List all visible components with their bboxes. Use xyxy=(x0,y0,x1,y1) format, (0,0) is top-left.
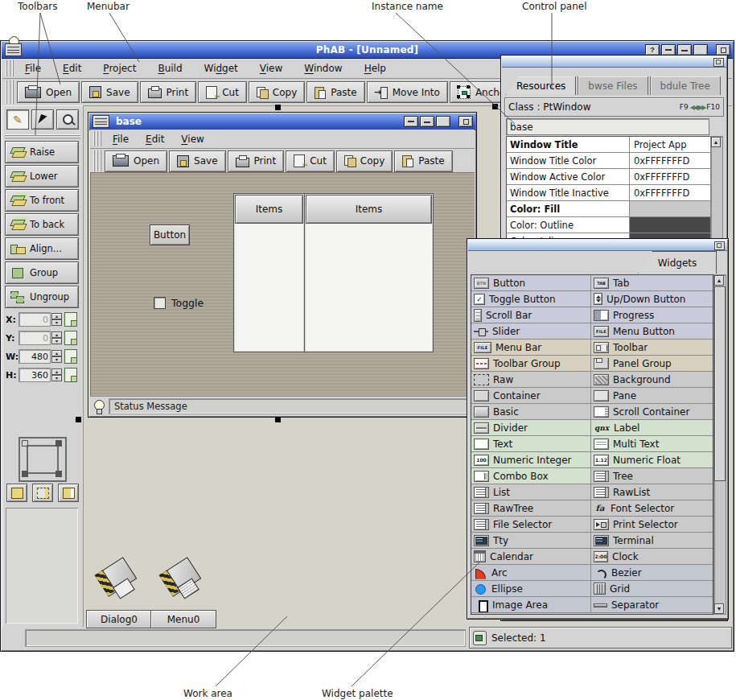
palette-item-tty[interactable]: Tty xyxy=(471,533,591,548)
help-button[interactable]: ? xyxy=(645,44,660,56)
dialog0-module[interactable]: Dialog0 xyxy=(86,556,150,604)
module-view-toggle-button-3[interactable] xyxy=(58,484,79,502)
lock-icon[interactable] xyxy=(64,368,77,382)
collapse-button[interactable] xyxy=(713,58,724,67)
designed-toggle-widget[interactable]: Toggle xyxy=(154,297,204,309)
palette-item-menu-button[interactable]: FILEMenu Button xyxy=(591,323,713,339)
menubar-grip[interactable] xyxy=(6,60,14,76)
spinner-up-button[interactable]: ▴ xyxy=(51,313,62,319)
menu-edit[interactable]: Edit xyxy=(61,61,83,76)
spinner-down-button[interactable]: ▾ xyxy=(51,338,62,344)
menu-build[interactable]: Build xyxy=(156,61,183,76)
menu-project[interactable]: Project xyxy=(101,61,138,76)
palette-scrollbar[interactable]: ▲ ▼ xyxy=(713,274,726,615)
menu-file[interactable]: File xyxy=(23,61,43,76)
palette-item-separator[interactable]: Separator xyxy=(591,597,713,612)
to-front-button[interactable]: To front xyxy=(5,189,79,212)
module-view-toggle-button-2[interactable] xyxy=(32,484,53,502)
minimize-button[interactable] xyxy=(404,116,418,127)
lock-icon[interactable] xyxy=(64,331,77,345)
collapse-button[interactable] xyxy=(714,241,725,250)
palette-item-ellipse[interactable]: Ellipse xyxy=(471,581,591,596)
module-label[interactable]: Menu0 xyxy=(150,610,216,628)
toolbar-cut-button[interactable]: Cut xyxy=(198,81,247,103)
toolbar-print-button[interactable]: Print xyxy=(140,81,197,103)
prop-value-window-title-color[interactable]: 0xFFFFFFFD xyxy=(630,153,710,168)
xvalue-input[interactable] xyxy=(19,312,51,327)
pointer-tool-button[interactable] xyxy=(31,109,54,130)
base-menu-file[interactable]: File xyxy=(111,132,130,146)
next-class-button[interactable]: ▶▶ xyxy=(698,104,705,111)
menu0-module[interactable]: Menu0 xyxy=(150,556,215,604)
minimize-button[interactable] xyxy=(661,44,676,56)
designed-button-widget[interactable]: Button xyxy=(150,224,190,245)
designed-list-widget-2[interactable]: Items xyxy=(304,193,434,352)
maximize-button[interactable] xyxy=(677,44,692,56)
align-button[interactable]: Align... xyxy=(5,237,79,260)
toolbar-open-button[interactable]: Open xyxy=(17,81,80,103)
palette-item-terminal[interactable]: Terminal xyxy=(591,533,713,548)
toolbar-save-button[interactable]: Save xyxy=(81,81,138,103)
base-toolbar-open-button[interactable]: Open xyxy=(105,150,167,172)
to-back-button[interactable]: To back xyxy=(5,213,79,236)
wvalue-input[interactable] xyxy=(19,349,51,364)
palette-item-clock[interactable]: 2:00Clock xyxy=(591,549,713,564)
selection-handle-top-right[interactable] xyxy=(492,104,498,109)
toolbar-paste-button[interactable]: Paste xyxy=(306,81,364,103)
palette-item-grid[interactable]: Grid xyxy=(591,581,713,596)
palette-item-multi-text[interactable]: Multi Text xyxy=(591,436,713,451)
lower-button[interactable]: Lower xyxy=(5,165,79,187)
scroll-down-button[interactable]: ▼ xyxy=(714,603,724,614)
spinner-down-button[interactable]: ▾ xyxy=(51,375,62,381)
selection-handle-bottom-left[interactable] xyxy=(76,417,81,422)
prev-class-button[interactable]: ◀◀ xyxy=(690,104,697,111)
palette-item-toolbar-group[interactable]: Toolbar Group xyxy=(471,356,591,371)
base-toolbar-print-button[interactable]: Print xyxy=(228,150,285,172)
palette-item-toolbar[interactable]: Toolbar xyxy=(591,340,713,355)
spinner-up-button[interactable]: ▴ xyxy=(51,350,62,356)
palette-item-label[interactable]: qnxLabel xyxy=(591,420,713,435)
palette-item-image-area[interactable]: {Image Area xyxy=(471,597,591,612)
palette-titlebar[interactable] xyxy=(468,240,727,251)
prop-value-color-outline[interactable] xyxy=(630,217,710,233)
palette-item-font-selector[interactable]: faFont Selector xyxy=(591,500,713,516)
palette-item-toggle-button[interactable]: ✓Toggle Button xyxy=(471,291,591,307)
palette-item-basic[interactable]: Basic xyxy=(471,404,591,419)
base-titlebar[interactable]: base xyxy=(89,113,475,130)
magnifier-tool-button[interactable] xyxy=(56,109,79,130)
palette-item-arc[interactable]: Arc xyxy=(471,565,591,580)
toolbar-move-into-button[interactable]: Move Into xyxy=(367,81,448,103)
restore-button[interactable] xyxy=(693,44,708,56)
module-label[interactable]: Dialog0 xyxy=(86,610,152,628)
spinner-up-button[interactable]: ▴ xyxy=(51,331,62,338)
spinner-down-button[interactable]: ▾ xyxy=(51,356,62,363)
palette-item-up-down-button[interactable]: Up/Down Button xyxy=(591,291,713,307)
palette-item-tree[interactable]: Tree xyxy=(591,468,713,484)
palette-item-menu-bar[interactable]: FILEMenu Bar xyxy=(471,340,591,355)
sidebar-grip[interactable] xyxy=(5,134,80,139)
list-header[interactable]: Items xyxy=(235,195,303,224)
module-view-toggle-button-1[interactable] xyxy=(6,484,27,502)
window-menu-icon[interactable] xyxy=(5,43,22,56)
yvalue-input[interactable] xyxy=(19,331,51,345)
menu-help[interactable]: Help xyxy=(363,61,388,76)
designed-list-widget-1[interactable]: Items xyxy=(233,193,305,352)
palette-item-container[interactable]: Container xyxy=(471,388,591,403)
base-menu-view[interactable]: View xyxy=(179,132,205,146)
group-button[interactable]: Group xyxy=(5,261,79,284)
lock-icon[interactable] xyxy=(64,312,77,327)
palette-item-button[interactable]: BTNButton xyxy=(471,275,591,290)
palette-item-rawtree[interactable]: RawTree xyxy=(471,500,591,516)
spinner-down-button[interactable]: ▾ xyxy=(51,319,62,326)
palette-item-tab[interactable]: TABTab xyxy=(591,275,713,290)
spinner-up-button[interactable]: ▴ xyxy=(51,369,62,375)
palette-item-rawlist[interactable]: RawList xyxy=(591,484,713,500)
prop-value-window-title[interactable]: Project App xyxy=(630,137,710,152)
scroll-up-button[interactable]: ▲ xyxy=(711,137,721,147)
menu-widget[interactable]: Widget xyxy=(203,61,240,76)
palette-item-scroll-container[interactable]: Scroll Container xyxy=(591,404,713,419)
menu-module-icon[interactable] xyxy=(157,556,207,604)
maximize-button[interactable] xyxy=(420,116,434,127)
close-button[interactable] xyxy=(458,116,473,127)
palette-item-bezier[interactable]: Bezier xyxy=(591,565,713,580)
